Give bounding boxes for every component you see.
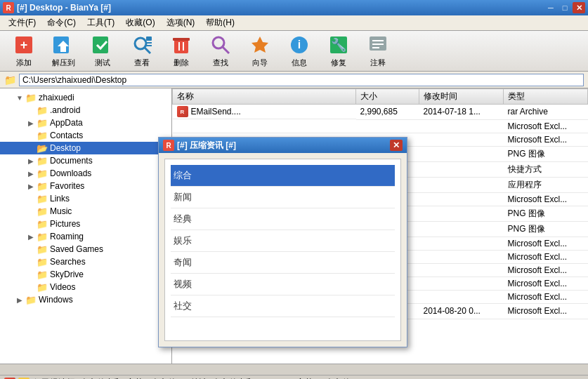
- popup-item-视频[interactable]: 视频: [171, 274, 395, 295]
- popup-dialog: R [#] 压缩资讯 [#] ✕ 综合 新闻 经典 娱乐 奇闻 视频 社交: [158, 137, 407, 347]
- popup-item-娱乐[interactable]: 娱乐: [171, 230, 395, 252]
- popup-close-button[interactable]: ✕: [390, 140, 403, 151]
- popup-item-经典[interactable]: 经典: [171, 208, 395, 230]
- popup-overlay: R [#] 压缩资讯 [#] ✕ 综合 新闻 经典 娱乐 奇闻 视频 社交: [0, 0, 588, 379]
- popup-content: 综合 新闻 经典 娱乐 奇闻 视频 社交: [164, 159, 401, 341]
- popup-item-综合[interactable]: 综合: [171, 165, 395, 187]
- popup-title-bar: R [#] 压缩资讯 [#] ✕: [159, 138, 407, 153]
- popup-app-icon: R: [163, 140, 174, 151]
- popup-item-社交[interactable]: 社交: [171, 295, 395, 317]
- popup-item-奇闻[interactable]: 奇闻: [171, 252, 395, 274]
- popup-title-text: [#] 压缩资讯 [#]: [177, 140, 390, 152]
- popup-item-新闻[interactable]: 新闻: [171, 187, 395, 208]
